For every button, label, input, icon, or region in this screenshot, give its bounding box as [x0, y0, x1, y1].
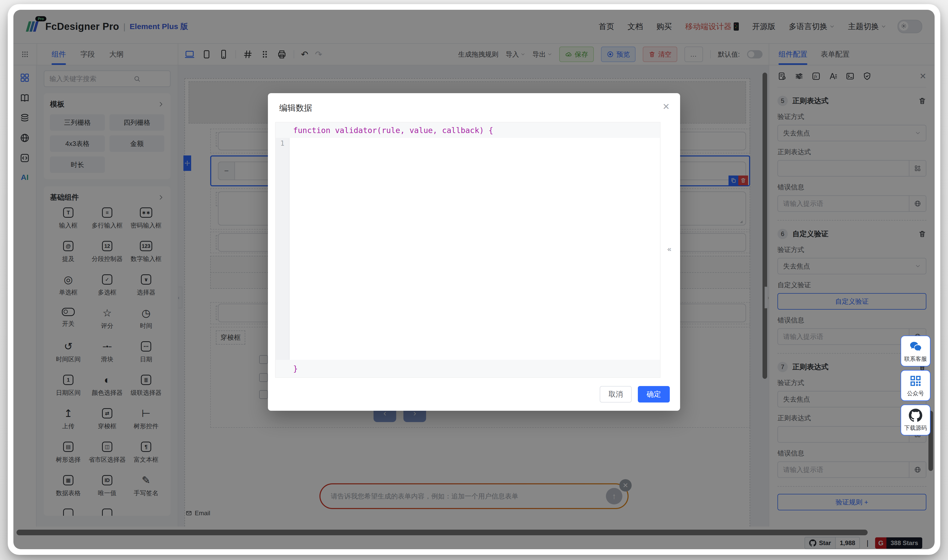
dialog-collapse-handle[interactable]: «: [667, 245, 671, 253]
line-number: 1: [276, 140, 289, 147]
editor-gutter: [276, 123, 290, 377]
float-button-contact-support[interactable]: 联系客服: [900, 335, 931, 366]
helper-buttons: 联系客服公众号下载源码: [900, 335, 931, 435]
app-window: Pro FcDesigner Pro | Element Plus 版 首页文档…: [8, 4, 940, 555]
dialog-close-icon[interactable]: ✕: [662, 102, 670, 112]
dialog-title: 编辑数据: [279, 102, 312, 114]
float-button-download-source[interactable]: 下载源码: [900, 405, 931, 435]
screen: Pro FcDesigner Pro | Element Plus 版 首页文档…: [0, 0, 948, 560]
code-line-open: function validator(rule, value, callback…: [293, 126, 493, 135]
float-button-label: 下载源码: [904, 424, 927, 432]
float-button-label: 公众号: [907, 390, 924, 397]
fcdesigner-app: Pro FcDesigner Pro | Element Plus 版 首页文档…: [13, 10, 935, 549]
edit-data-dialog: 编辑数据 ✕ function validator(rule, value, c…: [268, 93, 680, 411]
float-button-label: 联系客服: [904, 355, 927, 363]
float-button-official-account[interactable]: 公众号: [900, 370, 931, 401]
code-line-close: }: [293, 364, 298, 373]
code-editor[interactable]: function validator(rule, value, callback…: [275, 122, 661, 378]
github-icon: [909, 409, 922, 422]
confirm-button[interactable]: 确定: [638, 386, 670, 403]
wechat-icon: [909, 340, 922, 353]
qrcode-icon: [909, 374, 922, 388]
cancel-button[interactable]: 取消: [600, 386, 631, 403]
